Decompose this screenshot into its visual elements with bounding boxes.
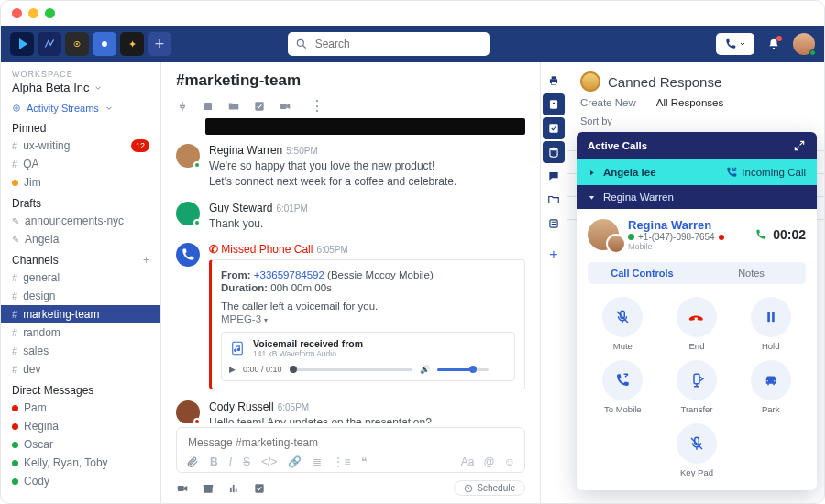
call-control-hold[interactable]: Hold <box>735 297 806 351</box>
workspace-switch-2[interactable] <box>38 32 61 56</box>
call-control-park[interactable]: Park <box>735 360 806 414</box>
phone-icon <box>724 38 737 50</box>
queued-call-row[interactable]: Regina Warren <box>577 185 817 209</box>
embedded-media <box>205 118 525 135</box>
workspace-switch-1[interactable] <box>10 32 34 56</box>
rail-canned[interactable] <box>543 213 565 235</box>
sidebar-item-channels-1[interactable]: #design <box>1 287 160 305</box>
tab-call-controls[interactable]: Call Controls <box>588 262 697 284</box>
sidebar-item-channels-0[interactable]: #general <box>1 268 160 287</box>
message-avatar[interactable] <box>176 202 200 225</box>
pin-icon[interactable] <box>176 100 189 113</box>
more-icon[interactable]: ⋮ <box>310 97 324 115</box>
channel-title: #marketing-team <box>176 71 301 90</box>
sidebar-item-pinned-0[interactable]: #ux-writing12 <box>1 137 160 155</box>
rail-database[interactable] <box>543 141 565 163</box>
rail-add[interactable]: + <box>543 244 565 266</box>
rail-contacts[interactable] <box>543 93 565 115</box>
download-icon[interactable] <box>496 364 507 375</box>
audio-scrubber[interactable] <box>290 368 412 371</box>
active-calls-header[interactable]: Active Calls <box>577 132 817 159</box>
attach-icon[interactable] <box>186 455 199 468</box>
sidebar-head-channels[interactable]: Channels+ <box>1 248 160 268</box>
tab-create-new[interactable]: Create New <box>580 97 636 108</box>
sidebar-item-channels-4[interactable]: #sales <box>1 342 160 360</box>
sidebar-item-dms-2[interactable]: Oscar <box>1 435 160 454</box>
notifications-button[interactable] <box>767 38 780 50</box>
incoming-call-row[interactable]: Angela lee Incoming Call <box>577 159 817 185</box>
rail-print[interactable] <box>543 70 565 92</box>
schedule-button[interactable]: Schedule <box>454 480 525 496</box>
video-icon[interactable] <box>176 482 189 495</box>
volume-slider[interactable] <box>437 368 489 371</box>
sidebar-item-dms-3[interactable]: Kelly, Ryan, Toby <box>1 454 160 472</box>
sidebar-item-drafts-1[interactable]: ✎Angela <box>1 230 160 248</box>
sidebar: WORKSPACE Alpha Beta Inc Activity Stream… <box>1 62 161 503</box>
task-icon[interactable] <box>253 100 266 113</box>
play-icon[interactable]: ▶ <box>229 365 236 374</box>
message-avatar[interactable] <box>176 400 200 423</box>
tab-notes[interactable]: Notes <box>697 262 806 284</box>
sidebar-item-dms-4[interactable]: Cody <box>1 472 160 490</box>
call-timer: 00:02 <box>754 227 806 242</box>
message-composer[interactable]: B I S </> 🔗 ≣ ⋮≡ ❝ Aa @ ☺ <box>176 427 525 473</box>
caller-name[interactable]: Regina Warren <box>628 218 724 232</box>
sidebar-item-channels-2[interactable]: #marketing-team <box>1 305 160 323</box>
sidebar-head-pinned[interactable]: Pinned <box>1 116 160 137</box>
phone-icon <box>176 243 200 267</box>
sidebar-item-channels-5[interactable]: #dev <box>1 360 160 378</box>
call-control-key-pad[interactable]: Key Pad <box>662 423 732 477</box>
sidebar-head-drafts[interactable]: Drafts <box>1 192 160 212</box>
volume-icon[interactable]: 🔊 <box>420 365 430 374</box>
app-rail: + <box>540 62 567 503</box>
message-avatar[interactable] <box>176 144 200 168</box>
sidebar-item-pinned-2[interactable]: Jim <box>1 173 160 192</box>
search-input[interactable] <box>314 37 482 51</box>
sidebar-head-dms[interactable]: Direct Messages <box>1 378 160 399</box>
sidebar-item-pinned-1[interactable]: #QA <box>1 155 160 173</box>
archive-icon[interactable] <box>202 482 214 495</box>
folder-icon[interactable] <box>227 100 240 113</box>
workspace-switcher[interactable]: Alpha Beta Inc <box>12 81 149 94</box>
rail-files[interactable] <box>543 189 565 211</box>
voicemail-attachment[interactable]: Voicemail received from141 kB Waveform A… <box>221 332 515 381</box>
window-traffic-lights[interactable] <box>1 1 824 26</box>
workspace-switch-5[interactable]: ✦ <box>120 32 144 56</box>
sort-by[interactable]: Sort by <box>567 114 824 128</box>
sidebar-item-dms-1[interactable]: Regina <box>1 417 160 435</box>
composer-input[interactable] <box>186 435 515 450</box>
rail-tasks[interactable] <box>543 117 565 139</box>
rail-chat[interactable] <box>543 165 565 187</box>
call-control-end[interactable]: End <box>662 297 732 351</box>
task-icon[interactable] <box>253 482 266 495</box>
svg-point-10 <box>237 349 239 351</box>
sidebar-item-channels-3[interactable]: #random <box>1 323 160 342</box>
sidebar-item-drafts-0[interactable]: ✎announcements-nyc <box>1 212 160 230</box>
svg-rect-4 <box>204 102 212 109</box>
video-icon[interactable] <box>279 100 292 113</box>
svg-point-1 <box>297 39 303 46</box>
poll-icon[interactable] <box>227 482 240 495</box>
svg-point-9 <box>235 349 236 351</box>
call-control-mute[interactable]: Mute <box>588 297 658 351</box>
call-control-transfer[interactable]: Transfer <box>662 360 732 414</box>
svg-rect-30 <box>694 374 699 384</box>
sidebar-activity-streams[interactable]: Activity Streams <box>1 100 160 116</box>
search-icon <box>295 38 308 50</box>
svg-rect-17 <box>255 484 263 492</box>
workspace-add[interactable]: + <box>148 32 171 56</box>
person-icon[interactable] <box>202 100 214 113</box>
chevron-down-icon <box>94 83 103 93</box>
profile-avatar[interactable] <box>793 33 815 55</box>
expand-icon[interactable] <box>793 139 806 152</box>
sidebar-item-dms-0[interactable]: Pam <box>1 399 160 417</box>
svg-rect-15 <box>233 484 235 491</box>
call-control-to-mobile[interactable]: To Mobile <box>588 360 658 414</box>
channel-feed: #marketing-team ⋮ Regina Warren5:50PM We… <box>161 62 540 503</box>
tab-all-responses[interactable]: All Responses <box>656 97 724 108</box>
message-3: Cody Russell6:05PM Hello team! Any updat… <box>176 395 525 423</box>
workspace-switch-3[interactable]: ⦿ <box>65 32 89 56</box>
dialer-button[interactable] <box>716 33 754 55</box>
workspace-switch-4[interactable] <box>93 32 116 56</box>
search-box[interactable] <box>288 32 490 56</box>
